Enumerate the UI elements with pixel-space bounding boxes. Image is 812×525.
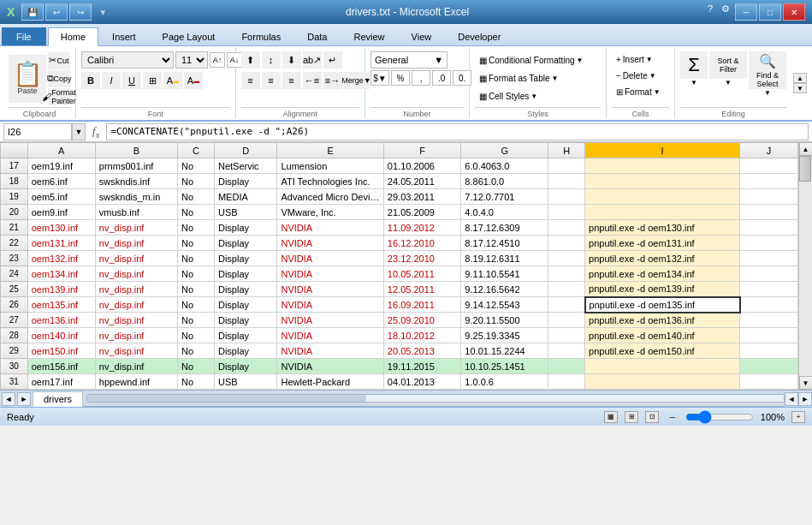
tab-home[interactable]: Home: [48, 27, 98, 46]
decrease-indent-button[interactable]: ←≡: [303, 72, 322, 89]
cell[interactable]: [548, 205, 585, 220]
cell[interactable]: oem132.inf: [27, 251, 95, 266]
cell[interactable]: oem6.inf: [27, 174, 95, 189]
tab-page-layout[interactable]: Page Layout: [150, 27, 228, 45]
cell[interactable]: oem140.inf: [27, 328, 95, 343]
row-number[interactable]: 23: [1, 251, 28, 266]
paste-button[interactable]: 📋 Paste: [9, 55, 46, 103]
row-number[interactable]: 18: [1, 174, 28, 189]
cell[interactable]: [548, 251, 585, 266]
cell[interactable]: nv_disp.inf: [95, 359, 177, 374]
insert-cells-button[interactable]: + Insert ▼: [612, 51, 665, 67]
cell[interactable]: No: [177, 343, 214, 359]
undo-quick-btn[interactable]: ↩: [45, 3, 68, 21]
cell[interactable]: [740, 313, 798, 328]
cell[interactable]: pnputil.exe -d oem132.inf: [585, 251, 740, 266]
cell[interactable]: 8.19.12.6311: [461, 251, 548, 266]
font-color-button[interactable]: A▬: [184, 72, 203, 89]
italic-button[interactable]: I: [102, 72, 121, 89]
row-number[interactable]: 17: [1, 158, 28, 174]
ribbon-scroll-up[interactable]: ▲: [793, 73, 807, 83]
cell[interactable]: [585, 205, 740, 220]
cell[interactable]: USB: [214, 374, 277, 390]
cell[interactable]: [740, 189, 798, 205]
cell[interactable]: 16.09.2011: [383, 297, 460, 313]
scroll-up-button[interactable]: ▲: [799, 142, 813, 156]
corner-header[interactable]: [1, 143, 28, 158]
row-number[interactable]: 29: [1, 343, 28, 359]
cell[interactable]: 12.05.2011: [383, 282, 460, 297]
row-number[interactable]: 28: [1, 328, 28, 343]
row-number[interactable]: 19: [1, 189, 28, 205]
cell[interactable]: pnputil.exe -d oem131.inf: [585, 236, 740, 251]
cell[interactable]: pnputil.exe -d oem130.inf: [585, 220, 740, 236]
scroll-down-button[interactable]: ▼: [799, 376, 813, 390]
percent-button[interactable]: %: [391, 70, 410, 86]
cell[interactable]: 01.10.2006: [383, 158, 460, 174]
save-quick-btn[interactable]: 💾: [21, 3, 44, 21]
conditional-formatting-button[interactable]: ▦ Conditional Formatting ▼: [475, 51, 588, 69]
cell[interactable]: [740, 174, 798, 189]
cell[interactable]: No: [177, 328, 214, 343]
cell[interactable]: 20.05.2013: [383, 343, 460, 359]
cell[interactable]: No: [177, 189, 214, 205]
font-name-select[interactable]: Calibri: [81, 51, 174, 69]
cell[interactable]: 9.12.16.5642: [461, 282, 548, 297]
cell[interactable]: [548, 297, 585, 313]
bold-button[interactable]: B: [81, 72, 100, 89]
cell[interactable]: 1.0.0.6: [461, 374, 548, 390]
cell[interactable]: prnms001.inf: [95, 158, 177, 174]
cell[interactable]: Advanced Micro Device: [277, 189, 383, 205]
cell[interactable]: [548, 282, 585, 297]
tab-data[interactable]: Data: [294, 27, 340, 45]
cell[interactable]: 8.17.12.6309: [461, 220, 548, 236]
cell[interactable]: 16.12.2010: [383, 236, 460, 251]
sum-button[interactable]: Σ: [680, 51, 708, 79]
cell[interactable]: Display: [214, 297, 277, 313]
row-number[interactable]: 21: [1, 220, 28, 236]
cell[interactable]: oem150.inf: [27, 343, 95, 359]
col-header-D[interactable]: D: [214, 143, 277, 158]
cell[interactable]: [548, 220, 585, 236]
row-number[interactable]: 25: [1, 282, 28, 297]
cell[interactable]: [548, 189, 585, 205]
cell[interactable]: NVIDIA: [277, 297, 383, 313]
horizontal-scroll-area[interactable]: [83, 391, 785, 407]
cell[interactable]: [585, 374, 740, 390]
cell[interactable]: [548, 158, 585, 174]
tab-insert[interactable]: Insert: [99, 27, 149, 45]
cell[interactable]: [740, 374, 798, 390]
row-number[interactable]: 30: [1, 359, 28, 374]
cell[interactable]: 7.12.0.7701: [461, 189, 548, 205]
cell[interactable]: USB: [214, 205, 277, 220]
cell[interactable]: 9.25.19.3345: [461, 328, 548, 343]
cell[interactable]: oem134.inf: [27, 266, 95, 282]
cell[interactable]: oem9.inf: [27, 205, 95, 220]
cell[interactable]: [585, 158, 740, 174]
cell[interactable]: Hewlett-Packard: [277, 374, 383, 390]
col-header-C[interactable]: C: [177, 143, 214, 158]
cell[interactable]: 11.09.2012: [383, 220, 460, 236]
cell[interactable]: No: [177, 251, 214, 266]
cell[interactable]: [740, 328, 798, 343]
col-header-J[interactable]: J: [740, 143, 798, 158]
cell[interactable]: [585, 174, 740, 189]
horizontal-scrollbar[interactable]: [86, 394, 785, 403]
wrap-text-button[interactable]: ↵: [323, 51, 342, 69]
cell[interactable]: NVIDIA: [277, 313, 383, 328]
cell[interactable]: pnputil.exe -d oem140.inf: [585, 328, 740, 343]
cut-button[interactable]: ✂ Cut: [48, 52, 70, 69]
cell[interactable]: [740, 205, 798, 220]
cell[interactable]: [548, 266, 585, 282]
cell[interactable]: [585, 359, 740, 374]
scroll-track[interactable]: [799, 156, 812, 376]
maximize-btn[interactable]: □: [759, 3, 781, 21]
align-center-button[interactable]: ≡: [262, 72, 281, 89]
zoom-slider[interactable]: [685, 412, 754, 422]
cell[interactable]: oem136.inf: [27, 313, 95, 328]
format-as-table-button[interactable]: ▦ Format as Table ▼: [475, 69, 588, 87]
row-number[interactable]: 27: [1, 313, 28, 328]
cell[interactable]: pnputil.exe -d oem136.inf: [585, 313, 740, 328]
cell[interactable]: [548, 359, 585, 374]
cell[interactable]: [548, 343, 585, 359]
